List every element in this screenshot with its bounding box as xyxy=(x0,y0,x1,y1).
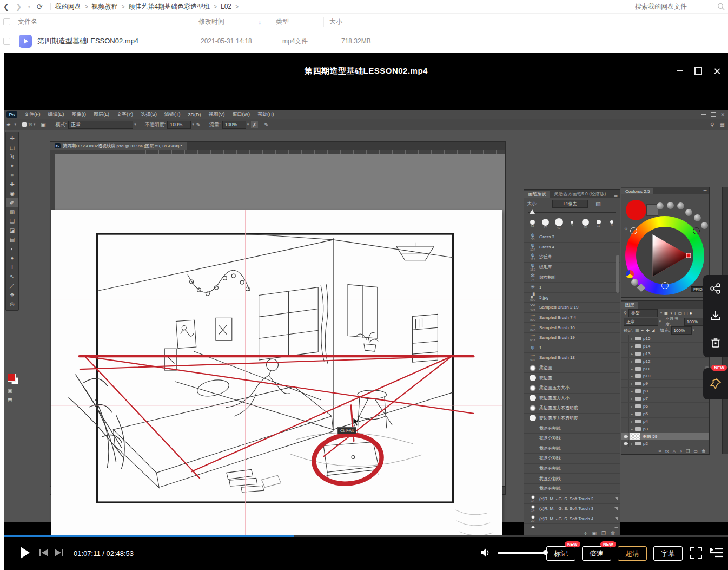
brush-list-item[interactable]: 我是分割线 xyxy=(524,474,620,484)
brightness-icon[interactable]: ☼ xyxy=(624,226,628,231)
coolorus-title[interactable]: Coolorus 2.5 xyxy=(621,188,653,194)
playlist-button[interactable] xyxy=(710,548,723,558)
brush-scrollbar[interactable] xyxy=(616,255,619,293)
pin-button[interactable] xyxy=(703,368,728,399)
layer-row[interactable]: ▸p15 xyxy=(621,335,709,343)
mark-button[interactable]: 标记 xyxy=(546,546,575,561)
layer-row[interactable]: ▸p11 xyxy=(621,365,709,373)
panel-menu-icon[interactable]: ☰ xyxy=(614,193,618,198)
ps-tool-1[interactable]: ⬚ xyxy=(6,143,18,152)
brush-list-item[interactable]: ψ50Grass 3 xyxy=(524,232,620,243)
layer-row[interactable]: ▸p12 xyxy=(621,358,709,365)
ps-tool-6[interactable]: ◉ xyxy=(6,189,18,198)
expand-arrow-icon[interactable]: ▸ xyxy=(631,359,633,363)
brush-list-item[interactable]: 〰997Sampled Brush 18 xyxy=(524,353,620,363)
brush-list-item[interactable]: 我是分割线 xyxy=(524,443,620,454)
ps-menu-item[interactable]: 视图(V) xyxy=(209,111,225,118)
ps-search-icon[interactable]: ⚲ xyxy=(710,122,714,128)
brush-list-item[interactable]: 硬边圆压力大小 xyxy=(524,394,620,404)
filter-search-icon[interactable]: ⚲ xyxy=(624,311,627,316)
brush-list-item[interactable]: 〰800Sampled Brush 7 4 xyxy=(524,313,620,323)
speed-button[interactable]: 倍速 xyxy=(582,546,611,561)
visibility-toggle[interactable] xyxy=(621,343,629,350)
expand-arrow-icon[interactable]: ▸ xyxy=(631,404,633,408)
panel-menu-icon[interactable]: ☰ xyxy=(703,189,707,194)
foreground-swatch[interactable] xyxy=(626,200,646,220)
brush-list-item[interactable]: ψ134Grass 4 xyxy=(524,243,620,253)
layer-row[interactable]: ▸p10 xyxy=(621,372,709,380)
layer-row[interactable]: ▸p7 xyxy=(621,395,709,403)
volume-slider[interactable] xyxy=(498,552,545,554)
row-checkbox[interactable] xyxy=(3,38,10,45)
layer-row[interactable]: ▸p8 xyxy=(621,388,709,395)
brush-list-item[interactable]: 柔边圆 xyxy=(524,363,620,374)
ps-close-icon[interactable]: ✕ xyxy=(720,112,725,117)
brush-size-preset[interactable]: 11 xyxy=(593,220,605,227)
brush-list-item[interactable]: 我是分割线 xyxy=(524,464,620,474)
fullscreen-button[interactable] xyxy=(690,547,702,559)
tab-brush-pack[interactable]: 灵活西方画笔5.0 (经济版) xyxy=(550,191,610,198)
visibility-toggle[interactable] xyxy=(621,365,629,372)
brush-size-preset[interactable]: 5 xyxy=(566,221,578,227)
flow-field[interactable]: 100% xyxy=(222,121,246,129)
brush-tool-icon[interactable]: ✒ xyxy=(6,122,11,128)
layer-style-icon[interactable]: fx xyxy=(665,449,669,454)
history-dropdown-icon[interactable]: ▾ xyxy=(28,4,30,9)
link-layers-icon[interactable]: ∞ xyxy=(658,449,661,454)
layer-row[interactable]: ▸p6 xyxy=(621,403,709,410)
new-layer-icon[interactable]: ▭ xyxy=(693,449,698,454)
forward-icon[interactable]: ❯ xyxy=(16,3,22,11)
expand-arrow-icon[interactable]: ▸ xyxy=(631,367,633,371)
ps-menu-item[interactable]: 窗口(W) xyxy=(233,111,250,118)
brush-list-item[interactable]: ▞9995.jpg xyxy=(524,293,620,303)
download-button[interactable] xyxy=(703,302,728,329)
delete-button[interactable] xyxy=(703,329,728,356)
visibility-toggle[interactable] xyxy=(621,403,629,410)
brush-list-item[interactable]: 我是分割线 xyxy=(524,484,620,494)
brush-list-item[interactable]: 柔边圆压力不透明度 xyxy=(524,403,620,414)
brush-list-item[interactable]: 14(c)R. M. - G. S. Soft Touch 2 xyxy=(524,494,620,504)
ps-menu-item[interactable]: 帮助(H) xyxy=(257,111,274,118)
hue-handle-icon[interactable] xyxy=(630,227,637,234)
ps-tool-18[interactable]: ◎ xyxy=(6,299,18,309)
refresh-icon[interactable]: ⟳ xyxy=(37,3,43,11)
brush-list-item[interactable]: 〰498Sampled Brush 2 19 xyxy=(524,303,620,313)
brush-list-item[interactable]: ❇74散布枫叶 xyxy=(524,272,620,283)
brush-list-item[interactable]: 65(c)R. M. - G. S. Soft Touch 5 xyxy=(524,524,620,528)
share-button[interactable] xyxy=(703,275,728,302)
expand-arrow-icon[interactable]: ▸ xyxy=(631,442,633,445)
ps-tool-11[interactable]: ▤ xyxy=(6,235,18,244)
visibility-toggle[interactable] xyxy=(621,425,629,433)
visibility-toggle[interactable] xyxy=(621,440,629,447)
brush-size-preset[interactable]: 8 xyxy=(606,220,618,227)
expand-arrow-icon[interactable]: ▸ xyxy=(631,352,633,356)
brush-list-item[interactable]: 我是分割线 xyxy=(524,454,620,464)
expand-arrow-icon[interactable]: ▸ xyxy=(631,397,633,401)
expand-arrow-icon[interactable]: ▸ xyxy=(631,389,633,393)
filter-on-icon[interactable]: ● xyxy=(690,311,692,316)
previous-button[interactable] xyxy=(39,548,49,557)
visibility-toggle[interactable] xyxy=(621,372,629,379)
document-tab[interactable]: Ps 第四期LESSON02透视线稿.psd @ 33.9% (图层 59, R… xyxy=(50,142,187,150)
ps-tool-5[interactable]: ✚ xyxy=(6,180,18,189)
brush-list-item[interactable]: ψ1 xyxy=(524,343,620,353)
column-size[interactable]: 大小 xyxy=(329,17,373,27)
delete-layer-icon[interactable]: 🗑 xyxy=(701,449,706,454)
hue-handle-icon[interactable] xyxy=(661,282,669,289)
layer-row[interactable]: ▸p2 xyxy=(621,440,709,447)
brush-size-slider[interactable] xyxy=(528,212,616,213)
netdisk-search-input[interactable] xyxy=(634,2,717,11)
pressure-size-icon[interactable]: ✎ xyxy=(264,122,269,128)
ps-tool-12[interactable]: ◐ xyxy=(6,244,18,253)
color-sphere-icon[interactable] xyxy=(677,202,684,209)
brush-size-preset[interactable]: 42 xyxy=(553,218,565,230)
brush-list-item[interactable]: 〰848Sampled Brush 16 xyxy=(524,323,620,333)
color-sphere-icon[interactable] xyxy=(694,214,701,221)
layer-row[interactable]: ▸p3 xyxy=(621,425,709,433)
lock-pixels-icon[interactable]: ✒ xyxy=(641,328,645,333)
ps-menu-item[interactable]: 文字(Y) xyxy=(117,111,133,118)
brush-list-item[interactable]: 14(c)R. M. - G. S. Soft Touch 3 xyxy=(524,504,620,514)
brush-preview-icon[interactable] xyxy=(22,122,27,127)
brush-texture-toggle-icon[interactable]: ▧ xyxy=(595,201,600,207)
color-sphere-icon[interactable] xyxy=(701,222,708,229)
